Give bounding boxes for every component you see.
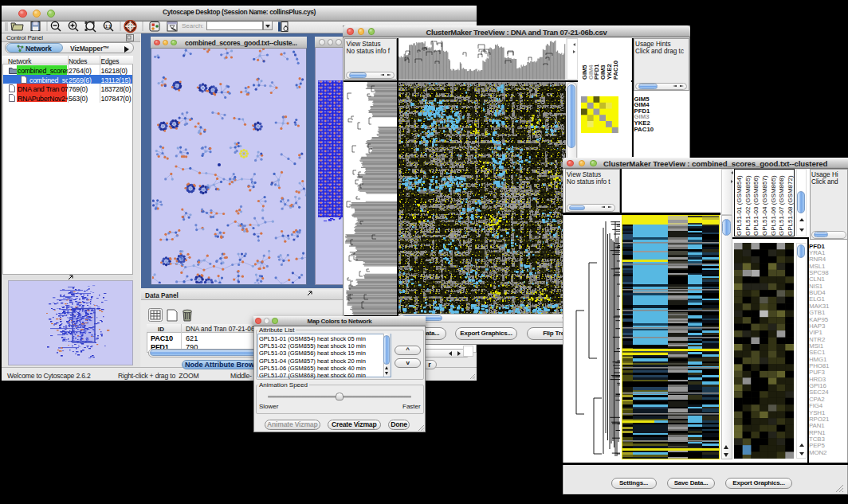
svg-text:GPL51-04 (GSM857): GPL51-04 (GSM857) [761, 175, 768, 236]
svg-text:GPL51-07 (GSM868): GPL51-07 (GSM868) [778, 175, 785, 236]
svg-text:GPL51-02 (GSM855): GPL51-02 (GSM855) [744, 175, 752, 236]
svg-text:PAC10: PAC10 [612, 61, 619, 80]
svg-text:1:1: 1:1 [105, 24, 111, 29]
svg-text:GPL51-08 (GSM872): GPL51-08 (GSM872) [787, 175, 794, 236]
svg-text:GPL51-06 (GSM865): GPL51-06 (GSM865) [770, 175, 777, 236]
svg-text:GPL51-03 (GSM856): GPL51-03 (GSM856) [752, 175, 760, 236]
svg-text:GPL51-01 (GSM854): GPL51-01 (GSM854) [736, 175, 743, 236]
